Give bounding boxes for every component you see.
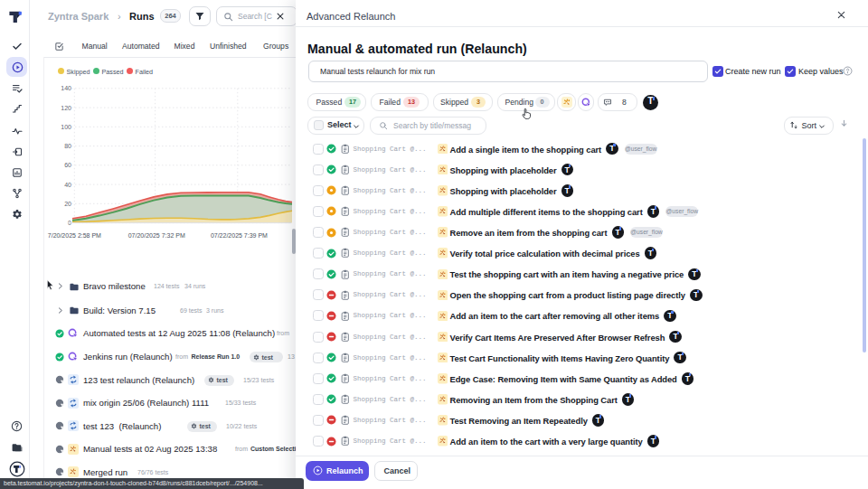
svg-text:07/20/2025 7:32 PM: 07/20/2025 7:32 PM (128, 232, 185, 239)
svg-text:7/20/2025 2:58 PM: 7/20/2025 2:58 PM (48, 232, 101, 239)
svg-text:60: 60 (64, 162, 71, 168)
svg-text:80: 80 (64, 143, 71, 149)
svg-text:40: 40 (64, 182, 71, 188)
svg-text:20: 20 (64, 201, 71, 207)
svg-text:140: 140 (61, 85, 71, 91)
svg-text:120: 120 (61, 105, 71, 111)
svg-text:07/22/2025 7:39 PM: 07/22/2025 7:39 PM (211, 232, 268, 239)
svg-text:100: 100 (61, 124, 71, 130)
